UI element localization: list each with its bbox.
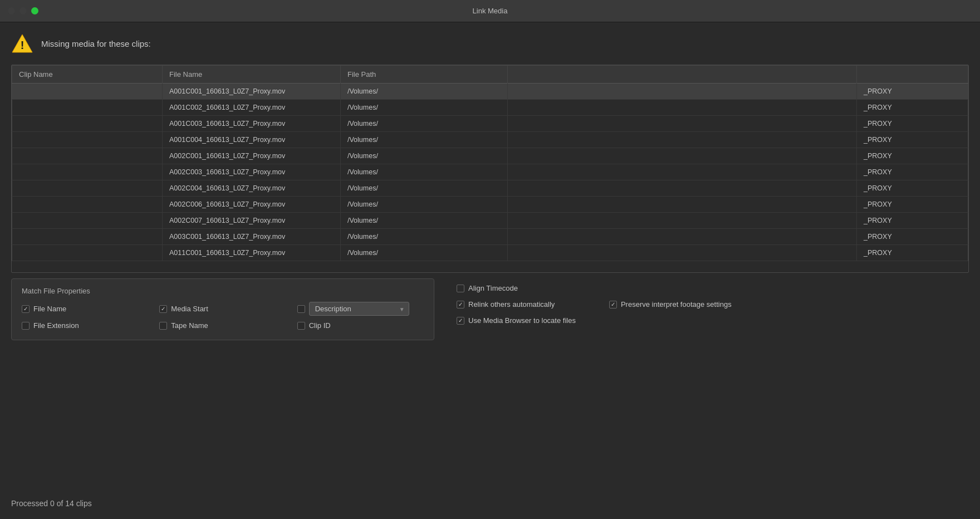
checkbox-use-media-browser[interactable]: Use Media Browser to locate files — [457, 316, 576, 325]
bottom-section: Match File Properties File Name Media St… — [11, 278, 969, 340]
cell-extra — [508, 245, 857, 261]
cell-proxy: _PROXY — [857, 164, 968, 180]
table-row[interactable]: A001C003_160613_L0Z7_Proxy.mov/Volumes/_… — [12, 116, 968, 132]
checkbox-file-name-box[interactable] — [22, 305, 30, 313]
cell-file-name: A001C003_160613_L0Z7_Proxy.mov — [163, 116, 341, 132]
checkbox-tape-name[interactable]: Tape Name — [159, 321, 286, 330]
warning-icon: ! — [11, 33, 33, 53]
table-row[interactable]: A001C002_160613_L0Z7_Proxy.mov/Volumes/_… — [12, 100, 968, 116]
checkbox-use-media-browser-box[interactable] — [457, 317, 464, 325]
cell-file-name: A011C001_160613_L0Z7_Proxy.mov — [163, 245, 341, 261]
table-row[interactable]: A011C001_160613_L0Z7_Proxy.mov/Volumes/_… — [12, 245, 968, 261]
cell-file-path: /Volumes/ — [341, 229, 508, 245]
status-bar: Processed 0 of 14 clips — [11, 499, 92, 508]
description-dropdown-item: Description Scene Shot Angle ▼ — [297, 302, 424, 316]
cell-extra — [508, 148, 857, 164]
cell-clip-name — [12, 148, 163, 164]
cell-extra — [508, 180, 857, 197]
table-row[interactable]: A003C001_160613_L0Z7_Proxy.mov/Volumes/_… — [12, 229, 968, 245]
cell-clip-name — [12, 229, 163, 245]
checkbox-media-start-label: Media Start — [171, 305, 208, 313]
cell-proxy: _PROXY — [857, 245, 968, 261]
table-row[interactable]: A002C003_160613_L0Z7_Proxy.mov/Volumes/_… — [12, 164, 968, 180]
checkbox-clip-id[interactable]: Clip ID — [297, 321, 424, 330]
checkbox-file-name[interactable]: File Name — [22, 305, 148, 313]
cell-file-path: /Volumes/ — [341, 245, 508, 261]
table-row[interactable]: A002C006_160613_L0Z7_Proxy.mov/Volumes/_… — [12, 197, 968, 213]
cell-file-name: A002C004_160613_L0Z7_Proxy.mov — [163, 180, 341, 197]
checkbox-preserve-interpret-label: Preserve interpret footage settings — [621, 300, 732, 309]
cell-file-path: /Volumes/ — [341, 164, 508, 180]
cell-file-name: A002C001_160613_L0Z7_Proxy.mov — [163, 148, 341, 164]
cell-proxy: _PROXY — [857, 197, 968, 213]
checkbox-relink-others-label: Relink others automatically — [468, 300, 555, 309]
cell-proxy: _PROXY — [857, 213, 968, 229]
cell-extra — [508, 197, 857, 213]
cell-proxy: _PROXY — [857, 132, 968, 148]
checkbox-media-start[interactable]: Media Start — [159, 305, 286, 313]
checkbox-preserve-interpret[interactable]: Preserve interpret footage settings — [609, 300, 732, 309]
cell-clip-name — [12, 132, 163, 148]
table-row[interactable]: A002C001_160613_L0Z7_Proxy.mov/Volumes/_… — [12, 148, 968, 164]
right-col-left: Relink others automatically Use Media Br… — [457, 300, 576, 325]
checkbox-file-name-label: File Name — [33, 305, 66, 313]
cell-proxy: _PROXY — [857, 100, 968, 116]
table-row[interactable]: A001C004_160613_L0Z7_Proxy.mov/Volumes/_… — [12, 132, 968, 148]
cell-extra — [508, 164, 857, 180]
cell-proxy: _PROXY — [857, 116, 968, 132]
table-row[interactable]: A002C007_160613_L0Z7_Proxy.mov/Volumes/_… — [12, 213, 968, 229]
cell-extra — [508, 132, 857, 148]
close-button[interactable] — [8, 7, 15, 14]
window-controls — [8, 7, 38, 14]
col-header-clip-name: Clip Name — [12, 66, 163, 84]
checkbox-preserve-interpret-box[interactable] — [609, 301, 617, 309]
checkbox-media-start-box[interactable] — [159, 305, 167, 313]
cell-file-name: A001C004_160613_L0Z7_Proxy.mov — [163, 132, 341, 148]
checkbox-relink-others[interactable]: Relink others automatically — [457, 300, 576, 309]
cell-file-name: A002C007_160613_L0Z7_Proxy.mov — [163, 213, 341, 229]
cell-clip-name — [12, 245, 163, 261]
cell-clip-name — [12, 100, 163, 116]
checkbox-clip-id-box[interactable] — [297, 322, 305, 330]
cell-file-path: /Volumes/ — [341, 100, 508, 116]
checkbox-file-extension[interactable]: File Extension — [22, 321, 148, 330]
cell-file-path: /Volumes/ — [341, 148, 508, 164]
checkbox-relink-others-box[interactable] — [457, 301, 464, 309]
col-header-file-name: File Name — [163, 66, 341, 84]
cell-file-path: /Volumes/ — [341, 197, 508, 213]
main-content: ! Missing media for these clips: Clip Na… — [0, 22, 980, 351]
cell-extra — [508, 116, 857, 132]
cell-file-name: A002C003_160613_L0Z7_Proxy.mov — [163, 164, 341, 180]
checkbox-clip-id-label: Clip ID — [309, 321, 331, 330]
right-options-panel: Align Timecode Relink others automatical… — [457, 278, 969, 325]
maximize-button[interactable] — [31, 7, 38, 14]
table-row[interactable]: A002C004_160613_L0Z7_Proxy.mov/Volumes/_… — [12, 180, 968, 197]
cell-proxy: _PROXY — [857, 229, 968, 245]
checkbox-align-timecode-box[interactable] — [457, 285, 464, 292]
checkbox-description-box[interactable] — [297, 305, 305, 313]
checkbox-tape-name-box[interactable] — [159, 322, 167, 330]
table-header-row: Clip Name File Name File Path — [12, 66, 968, 84]
cell-file-path: /Volumes/ — [341, 84, 508, 100]
cell-proxy: _PROXY — [857, 180, 968, 197]
clip-table: Clip Name File Name File Path A001C001_1… — [12, 65, 968, 261]
cell-extra — [508, 100, 857, 116]
right-cols: Relink others automatically Use Media Br… — [457, 300, 969, 325]
cell-clip-name — [12, 197, 163, 213]
checkbox-align-timecode[interactable]: Align Timecode — [457, 284, 969, 292]
checkbox-file-extension-box[interactable] — [22, 322, 30, 330]
right-col-right: Preserve interpret footage settings — [609, 300, 732, 325]
match-file-properties-panel: Match File Properties File Name Media St… — [11, 278, 434, 340]
cell-clip-name — [12, 180, 163, 197]
cell-extra — [508, 84, 857, 100]
col-header-proxy — [857, 66, 968, 84]
cell-file-path: /Volumes/ — [341, 116, 508, 132]
props-grid: File Name Media Start Description Scene … — [22, 302, 424, 330]
minimize-button[interactable] — [19, 7, 27, 14]
table-row[interactable]: A001C001_160613_L0Z7_Proxy.mov/Volumes/_… — [12, 84, 968, 100]
description-dropdown[interactable]: Description Scene Shot Angle — [309, 302, 409, 316]
cell-extra — [508, 229, 857, 245]
cell-file-path: /Volumes/ — [341, 213, 508, 229]
checkbox-use-media-browser-label: Use Media Browser to locate files — [468, 316, 576, 325]
cell-extra — [508, 213, 857, 229]
